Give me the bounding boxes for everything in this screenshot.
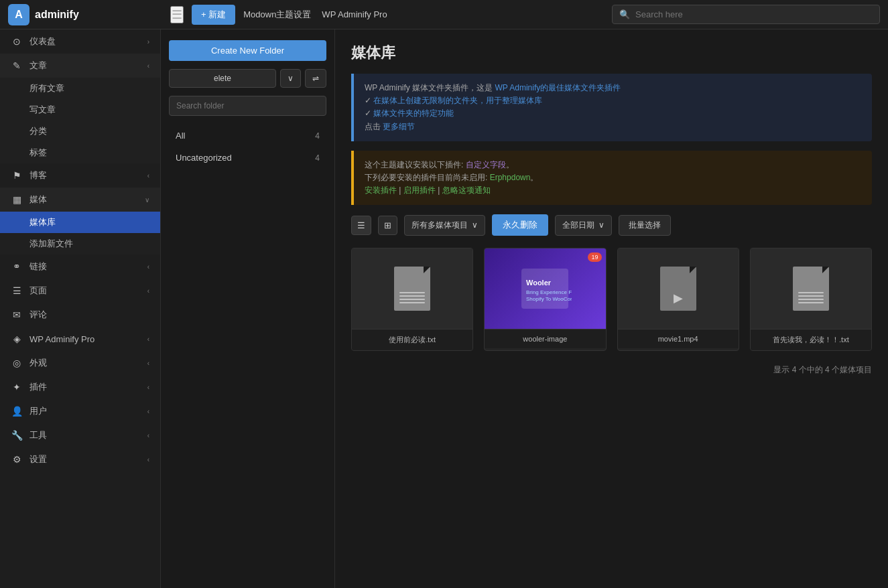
sidebar-label-users: 用户 [29,405,47,417]
sidebar-item-pages[interactable]: ☰ 页面 ‹ [0,279,160,303]
sidebar-item-plugins[interactable]: ✦ 插件 ‹ [0,375,160,399]
chevron-icon: ‹ [147,408,149,415]
articles-submenu: 所有文章 写文章 分类 标签 [0,78,160,163]
sidebar-item-dashboard[interactable]: ⊙ 仪表盘 › [0,29,160,54]
media-toolbar: ☰ ⊞ 所有多媒体项目 ∨ 永久删除 全部日期 ∨ 批量选择 [351,214,872,236]
delete-folder-button[interactable]: elete [169,69,276,88]
folder-item-uncategorized[interactable]: Uncategorized 4 [169,147,326,168]
sidebar-item-tools[interactable]: 🔧 工具 ‹ [0,423,160,447]
folder-count-uncategorized: 4 [315,153,320,163]
media-type-filter[interactable]: 所有多媒体项目 ∨ [404,215,485,236]
appearance-icon: ◎ [11,357,23,369]
folder-settings-button[interactable]: ⇌ [305,69,326,88]
sub-item-add-new-media[interactable]: 添加新文件 [0,233,160,254]
date-filter[interactable]: 全部日期 ∨ [555,215,612,236]
notice-2-text1: 这个主题建议安装以下插件: [365,160,463,169]
notice-1-link1[interactable]: WP Adminify的最佳媒体文件夹插件 [495,83,621,92]
search-folder-input[interactable] [169,96,326,116]
wp-adminify-icon: ◈ [11,333,23,345]
create-folder-button[interactable]: Create New Folder [169,40,326,61]
notice-2-install-link[interactable]: 安装插件 [365,186,397,195]
svg-rect-0 [521,269,568,309]
sub-item-write[interactable]: 写文章 [0,99,160,121]
main-content: 媒体库 WP Adminify 媒体文件夹插件，这是 WP Adminify的最… [335,29,888,588]
media-item-1[interactable]: 使用前必读.txt [351,248,473,351]
logo-icon: A [8,4,29,25]
hamburger-button[interactable]: ☰ [170,6,184,23]
folder-label-uncategorized: Uncategorized [176,153,232,163]
sidebar-item-blog[interactable]: ⚑ 博客 ‹ [0,163,160,188]
sub-item-tags[interactable]: 标签 [0,142,160,163]
sidebar-label-pages: 页面 [29,285,47,297]
sidebar-item-settings[interactable]: ⚙ 设置 ‹ [0,447,160,471]
sidebar-item-comments[interactable]: ✉ 评论 [0,303,160,327]
permanent-delete-button[interactable]: 永久删除 [492,214,548,236]
sidebar-item-media[interactable]: ▦ 媒体 ∨ [0,188,160,212]
chevron-icon: › [147,38,149,46]
notice-icon: ✓ [365,96,373,105]
notice-2-ignore-link[interactable]: 忽略这项通知 [442,186,491,195]
media-thumb-1 [352,248,472,329]
notice-1-line1: WP Adminify 媒体文件夹插件，这是 [365,83,493,92]
sidebar-label-plugins: 插件 [29,381,47,393]
folder-item-all[interactable]: All 4 [169,125,326,146]
svg-text:Bring Experience From: Bring Experience From [526,289,572,295]
nav-link-modown[interactable]: Modown主题设置 [243,9,311,21]
wooler-svg: Wooler Bring Experience From Shopify To … [518,262,572,315]
sidebar-label-links: 链接 [29,261,47,273]
notice-2-plugin1-link[interactable]: 自定义字段 [466,160,506,169]
media-thumb-2: 19 Wooler Bring Experience From Shopify … [485,248,605,329]
nav-link-wp-adminify[interactable]: WP Adminify Pro [322,9,387,19]
blog-icon: ⚑ [11,169,23,181]
notice-1-link2[interactable]: 在媒体上创建无限制的文件夹，用于整理媒体库 [373,96,542,105]
folder-dropdown-button[interactable]: ∨ [280,69,301,88]
page-title: 媒体库 [351,43,872,63]
chevron-icon: ‹ [147,432,149,439]
sidebar-label-settings: 设置 [29,453,47,465]
sidebar-item-appearance[interactable]: ◎ 外观 ‹ [0,351,160,375]
media-item-2[interactable]: 19 Wooler Bring Experience From Shopify … [484,248,606,351]
chevron-icon: ∨ [145,196,149,204]
notice-text-1: WP Adminify 媒体文件夹插件，这是 WP Adminify的最佳媒体文… [365,82,861,133]
folder-actions: elete ∨ ⇌ [169,69,326,88]
notice-1-link3[interactable]: 媒体文件夹的特定功能 [373,108,454,118]
notice-text-2: 这个主题建议安装以下插件: 自定义字段。 下列必要安装的插件目前尚未启用: Er… [365,159,861,198]
file-icon-4 [793,267,829,311]
media-grid: 使用前必读.txt 19 Wooler Bring Experience Fro… [351,248,872,351]
sidebar-item-users[interactable]: 👤 用户 ‹ [0,399,160,423]
folder-label-all: All [176,131,185,141]
comments-icon: ✉ [11,309,23,321]
sidebar-item-articles[interactable]: ✎ 文章 ‹ [0,54,160,78]
notice-2-plugin2-link[interactable]: Erphpdown [490,173,531,182]
media-submenu: 媒体库 添加新文件 [0,212,160,254]
date-chevron-icon: ∨ [598,220,605,230]
media-name-4: 首先读我，必读！！.txt [751,329,871,350]
media-item-4[interactable]: 首先读我，必读！！.txt [750,248,872,351]
users-icon: 👤 [11,405,23,417]
new-button[interactable]: + 新建 [192,5,235,25]
search-input[interactable] [635,9,769,19]
layout: ⊙ 仪表盘 › ✎ 文章 ‹ 所有文章 写文章 分类 标签 ⚑ 博客 ‹ [0,0,888,588]
list-view-button[interactable]: ☰ [351,216,371,235]
chevron-icon: ‹ [147,287,149,295]
batch-select-button[interactable]: 批量选择 [619,215,671,236]
notice-1-more-link[interactable]: 更多细节 [383,122,415,131]
search-box[interactable]: 🔍 [612,5,880,24]
txt-icon-shape [394,267,430,311]
sidebar: ⊙ 仪表盘 › ✎ 文章 ‹ 所有文章 写文章 分类 标签 ⚑ 博客 ‹ [0,29,161,588]
grid-view-button[interactable]: ⊞ [378,216,397,235]
media-count: 显示 4 个中的 4 个媒体项目 [351,364,872,376]
sub-item-all-articles[interactable]: 所有文章 [0,78,160,99]
media-item-3[interactable]: ▶ movie1.mp4 [617,248,739,351]
notice-2-enable-link[interactable]: 启用插件 [403,186,436,195]
svg-text:Wooler: Wooler [526,279,552,287]
notice-2-text2: 下列必要安装的插件目前尚未启用: [365,173,487,182]
media-name-1: 使用前必读.txt [352,329,472,350]
txt-icon-shape-4 [793,267,829,311]
sidebar-item-links[interactable]: ⚭ 链接 ‹ [0,254,160,279]
sidebar-item-wp-adminify[interactable]: ◈ WP Adminify Pro ‹ [0,327,160,351]
sub-item-category[interactable]: 分类 [0,121,160,142]
sub-item-media-library[interactable]: 媒体库 [0,212,160,233]
chevron-icon: ‹ [147,263,149,271]
topbar: A adminify ☰ + 新建 Modown主题设置 WP Adminify… [0,0,888,29]
